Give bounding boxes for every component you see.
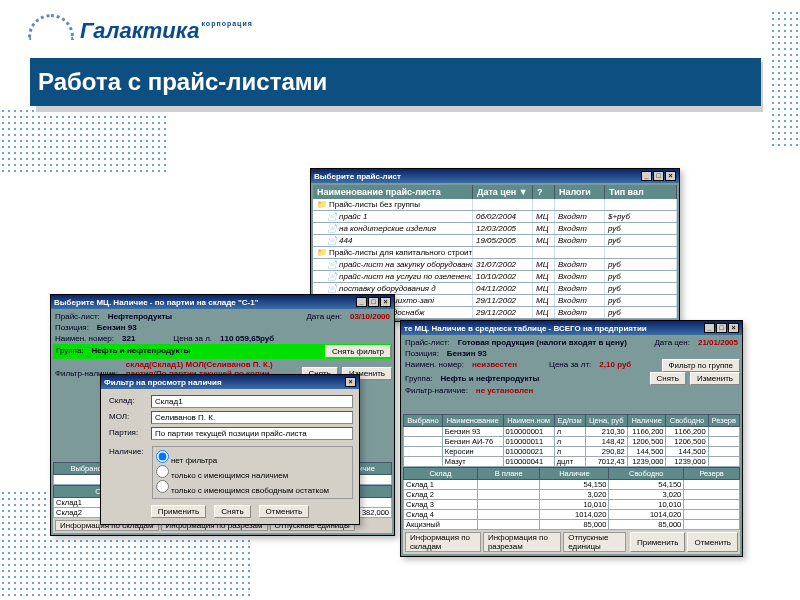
window-filter-dialog: Фильтр на просмотр наличия × Склад: Скла… bbox=[100, 374, 360, 525]
table-row[interactable]: Склад 310,01010,010 bbox=[404, 500, 740, 510]
col-q[interactable]: ? bbox=[533, 185, 555, 199]
grid-mc[interactable]: ВыбраноНаименованиеНаимен.номЕд/пзмЦена,… bbox=[403, 414, 740, 467]
clear-filter-button[interactable]: Снять фильтр bbox=[325, 345, 391, 358]
value-group: Нефть и нефтепродукты bbox=[92, 346, 191, 357]
value-pricelist: Нефтепродукты bbox=[108, 312, 172, 321]
titlebar[interactable]: Выберите МЦ. Наличие - по партии на скла… bbox=[51, 295, 394, 309]
col-tax[interactable]: Налоги bbox=[555, 185, 605, 199]
label-date: Дата цен: bbox=[654, 338, 690, 347]
label-date: Дата цен: bbox=[306, 312, 342, 321]
value-namenomer: неизвестен bbox=[472, 360, 517, 371]
table-row[interactable]: прайс 1 06/02/2004 МЦ Входят $+руб bbox=[313, 211, 677, 223]
decorative-dots bbox=[0, 108, 170, 172]
apply-button[interactable]: Применить bbox=[630, 532, 685, 552]
maximize-icon[interactable]: □ bbox=[368, 297, 379, 307]
slide-title: Работа с прайс-листами bbox=[38, 68, 327, 96]
value-pos: Бензин 93 bbox=[447, 349, 487, 358]
table-row[interactable]: Акцизный85,00085,000 bbox=[404, 520, 740, 530]
cancel-button[interactable]: Отменить bbox=[687, 532, 738, 552]
value-group: Нефть и нефтепродукты bbox=[441, 374, 540, 383]
table-row[interactable]: Склад 154,15054,150 bbox=[404, 480, 740, 490]
logo-arc-icon bbox=[28, 14, 74, 40]
table-row[interactable]: Склад 23,0203,020 bbox=[404, 490, 740, 500]
table-row[interactable]: Мазут010000041дцлт7012,431239,0001239,00… bbox=[404, 457, 740, 467]
label-price: Цена за л. bbox=[173, 334, 212, 343]
group-filter-button[interactable]: Фильтр по группе bbox=[662, 359, 741, 372]
titlebar[interactable]: Выберите прайс-лист _ □ × bbox=[311, 169, 679, 183]
label-group: Группа: bbox=[56, 346, 84, 357]
label-group: Группа: bbox=[405, 374, 433, 383]
label-price: Цена за лт: bbox=[549, 360, 591, 371]
tab-warehouses[interactable]: Информация по складам bbox=[405, 532, 481, 552]
label-partia: Партия: bbox=[109, 428, 145, 439]
label-pos: Позиция: bbox=[405, 349, 439, 358]
table-row[interactable]: прайс-лист на услуги по озеленению и по … bbox=[313, 271, 677, 283]
label-nalichie: Наличие: bbox=[109, 447, 144, 498]
change-button[interactable]: Изменить bbox=[690, 372, 740, 385]
col-cur[interactable]: Тип вал bbox=[605, 185, 677, 199]
tab-units[interactable]: Отпускные единицы bbox=[563, 532, 626, 552]
value-date: 21/01/2005 bbox=[698, 338, 738, 347]
label-namenomer: Наимен. номер: bbox=[55, 334, 114, 343]
window-title: Выберите МЦ. Наличие - по партии на скла… bbox=[54, 298, 259, 307]
maximize-icon[interactable]: □ bbox=[653, 171, 664, 181]
slide-title-bar: Работа с прайс-листами bbox=[30, 58, 761, 106]
value-namenomer: 321 bbox=[122, 334, 135, 343]
title-shadow bbox=[36, 106, 763, 112]
maximize-icon[interactable]: □ bbox=[716, 323, 727, 333]
close-icon[interactable]: × bbox=[380, 297, 391, 307]
table-row[interactable]: прайс-лист на закупку оборудования для 3… bbox=[313, 259, 677, 271]
table-row[interactable]: Бензин АИ-76010000011л148,421206,5001206… bbox=[404, 437, 740, 447]
cancel-button[interactable]: Отменить bbox=[259, 505, 310, 518]
minimize-icon[interactable]: _ bbox=[356, 297, 367, 307]
grid-header[interactable]: Наименование прайс-листа Дата цен ▼ ? На… bbox=[313, 185, 677, 199]
value-date: 03/10/2000 bbox=[350, 312, 390, 321]
clear-button[interactable]: Снять bbox=[650, 372, 686, 385]
radio-no-filter[interactable]: нет фильтра bbox=[156, 450, 349, 465]
window-mc-enterprise: те МЦ. Наличие в среднеск таблице - ВСЕГ… bbox=[400, 320, 743, 557]
value-price: 110 059,65руб bbox=[220, 334, 274, 343]
value-pricelist: Готовая продукция (налоги входят в цену) bbox=[458, 338, 627, 347]
label-pricelist: Прайс-лист: bbox=[405, 338, 450, 347]
logo: Галактика корпорация bbox=[28, 18, 251, 44]
table-row[interactable]: Склад 41014,0201014,020 bbox=[404, 510, 740, 520]
close-icon[interactable]: × bbox=[665, 171, 676, 181]
minimize-icon[interactable]: _ bbox=[704, 323, 715, 333]
table-row[interactable]: Керосин010000021л290,82144,500144,500 bbox=[404, 447, 740, 457]
window-title: Выберите прайс-лист bbox=[314, 172, 401, 181]
titlebar[interactable]: Фильтр на просмотр наличия × bbox=[101, 375, 359, 389]
titlebar[interactable]: те МЦ. Наличие в среднеск таблице - ВСЕГ… bbox=[401, 321, 742, 335]
col-name[interactable]: Наименование прайс-листа bbox=[313, 185, 473, 199]
table-row[interactable]: 444 19/05/2005 МЦ Входят руб bbox=[313, 235, 677, 247]
label-filter: Фильтр-наличие: bbox=[405, 386, 468, 395]
decorative-dots bbox=[770, 10, 800, 150]
table-row[interactable]: на кондитерские изделия 12/03/2005 МЦ Вх… bbox=[313, 223, 677, 235]
mol-field[interactable]: Селиванов П. К. bbox=[151, 411, 353, 424]
radio-has-stock[interactable]: только с имеющимся наличием bbox=[156, 465, 349, 480]
close-icon[interactable]: × bbox=[345, 377, 356, 387]
table-row[interactable]: Прайс-листы для капитального строительс bbox=[313, 247, 677, 259]
radio-has-free[interactable]: только с имеющимся свободным остатком bbox=[156, 480, 349, 495]
logo-text: Галактика bbox=[80, 18, 199, 44]
value-pos: Бензин 93 bbox=[97, 323, 137, 332]
clear-button[interactable]: Снять bbox=[214, 505, 250, 518]
close-icon[interactable]: × bbox=[728, 323, 739, 333]
tabbar: Информация по складам Информация по разр… bbox=[403, 530, 740, 554]
value-price: 2,10 руб bbox=[599, 360, 631, 371]
minimize-icon[interactable]: _ bbox=[641, 171, 652, 181]
partia-field[interactable]: По партии текущей позиции прайс-листа bbox=[151, 427, 353, 440]
window-title: те МЦ. Наличие в среднеск таблице - ВСЕГ… bbox=[404, 324, 647, 333]
apply-button[interactable]: Применить bbox=[151, 505, 206, 518]
tab-dimensions[interactable]: Информация по разрезам bbox=[483, 532, 561, 552]
col-date[interactable]: Дата цен ▼ bbox=[473, 185, 533, 199]
table-row[interactable]: Прайс-листы без группы bbox=[313, 199, 677, 211]
label-namenomer: Наимен. номер: bbox=[405, 360, 464, 371]
value-filter: не установлен bbox=[476, 386, 533, 395]
table-row[interactable]: Бензин 93010000001л210,301166,2001166,20… bbox=[404, 427, 740, 437]
label-mol: МОЛ: bbox=[109, 412, 145, 423]
label-sklad: Склад: bbox=[109, 396, 145, 407]
sklad-field[interactable]: Склад1 bbox=[151, 395, 353, 408]
grid-warehouses[interactable]: СкладВ планеНаличиеСвободноРезервСклад 1… bbox=[403, 467, 740, 530]
logo-subtext: корпорация bbox=[201, 20, 252, 27]
label-pricelist: Прайс-лист: bbox=[55, 312, 100, 321]
